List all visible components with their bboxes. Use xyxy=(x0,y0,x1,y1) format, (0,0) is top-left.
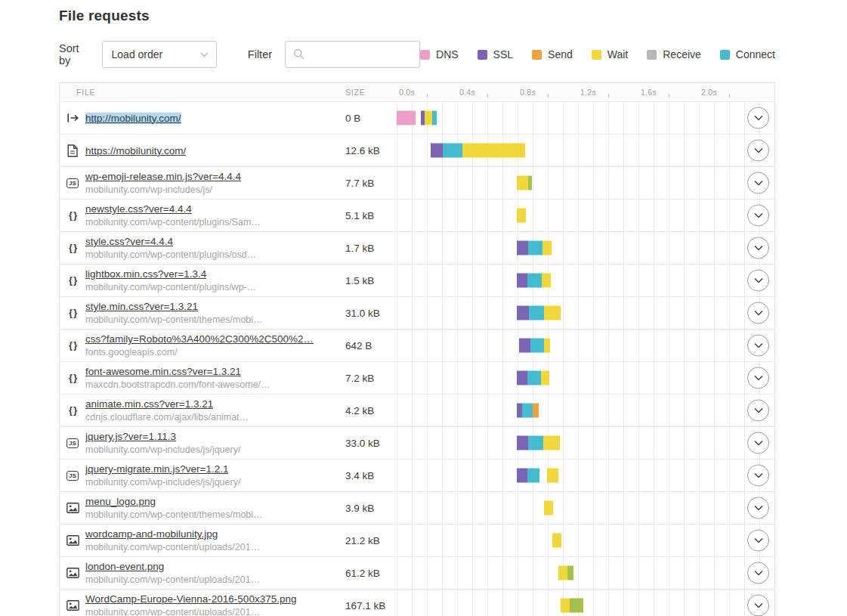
time-tick-label: 0.8s xyxy=(520,88,536,97)
file-path: mobilunity.com/wp-includes/js/jquery/ xyxy=(85,477,335,488)
waterfall-timeline xyxy=(397,232,774,264)
expand-row-button[interactable] xyxy=(747,302,769,324)
file-link[interactable]: london-event.png xyxy=(85,561,164,572)
expand-row-button[interactable] xyxy=(747,140,769,162)
file-request-row: menu_logo.png mobilunity.com/wp-content/… xyxy=(60,491,774,524)
file-size: 33.0 kB xyxy=(339,427,397,459)
file-request-row: WordCamp-Europe-Vienna-2016-500x375.png … xyxy=(60,589,774,616)
file-type-icon-cell: { } xyxy=(60,265,85,296)
file-cell: style.min.css?ver=1.3.21 mobilunity.com/… xyxy=(85,297,339,329)
waterfall-timeline xyxy=(397,102,774,134)
legend-swatch xyxy=(420,50,430,60)
expand-row-button[interactable] xyxy=(747,172,769,194)
connect-bar-segment xyxy=(530,339,544,353)
chevron-down-icon xyxy=(754,343,763,348)
file-size: 21.2 kB xyxy=(339,525,397,556)
file-link[interactable]: css?family=Roboto%3A400%2C300%2C500%2… xyxy=(85,333,314,345)
expand-row-button[interactable] xyxy=(747,595,769,616)
file-link[interactable]: animate.min.css?ver=1.3.21 xyxy=(85,398,213,410)
file-type-icon-cell: { } xyxy=(60,297,85,329)
time-tick-mark xyxy=(487,94,488,98)
chevron-down-icon xyxy=(754,278,763,283)
time-tick-mark xyxy=(669,94,669,98)
expand-row-button[interactable] xyxy=(747,432,769,454)
chevron-down-icon xyxy=(754,571,763,576)
wait-bar-segment xyxy=(558,566,567,580)
connect-bar-segment xyxy=(528,436,543,450)
file-path: mobilunity.com/wp-content/uploads/201… xyxy=(85,574,335,585)
file-request-row: { } animate.min.css?ver=1.3.21 cdnjs.clo… xyxy=(60,394,774,426)
file-cell: jquery.js?ver=1.11.3 mobilunity.com/wp-i… xyxy=(85,427,339,459)
image-file-icon xyxy=(66,503,79,513)
expand-row-button[interactable] xyxy=(747,237,769,259)
ssl-bar-segment xyxy=(517,306,529,320)
time-tick-label: 0.4s xyxy=(459,88,475,97)
filter-input[interactable] xyxy=(285,41,420,68)
file-size: 1.5 kB xyxy=(339,265,397,296)
file-type-icon-cell: { } xyxy=(60,232,85,264)
js-file-icon: JS xyxy=(66,438,79,448)
expand-row-button[interactable] xyxy=(747,530,769,552)
file-type-icon-cell xyxy=(60,557,85,589)
file-link[interactable]: jquery.js?ver=1.11.3 xyxy=(85,431,176,442)
file-link[interactable]: jquery-migrate.min.js?ver=1.2.1 xyxy=(85,463,228,475)
file-type-icon-cell: JS xyxy=(60,167,85,199)
file-link[interactable]: lightbox.min.css?ver=1.3.4 xyxy=(85,268,206,280)
file-cell: font-awesome.min.css?ver=1.3.21 maxcdn.b… xyxy=(85,362,339,394)
chevron-down-icon xyxy=(754,181,763,186)
css-file-icon: { } xyxy=(69,405,76,416)
expand-row-button[interactable] xyxy=(747,465,769,487)
sort-select[interactable]: Load order xyxy=(102,41,217,68)
expand-row-button[interactable] xyxy=(747,497,769,519)
image-file-icon xyxy=(66,600,79,611)
file-type-icon-cell: JS xyxy=(60,460,85,491)
chevron-down-icon xyxy=(754,213,763,218)
file-request-row: http://mobilunity.com/ 0 B xyxy=(60,101,774,134)
chevron-down-icon xyxy=(754,148,763,153)
file-link[interactable]: WordCamp-Europe-Vienna-2016-500x375.png xyxy=(85,593,296,605)
file-link[interactable]: style.min.css?ver=1.3.21 xyxy=(85,301,198,312)
expand-row-button[interactable] xyxy=(747,367,769,389)
wait-bar-segment xyxy=(544,306,561,320)
time-tick-label: 2.0s xyxy=(701,88,717,97)
file-request-row: wordcamp-and-mobilunity.jpg mobilunity.c… xyxy=(60,524,774,556)
file-request-row: { } font-awesome.min.css?ver=1.3.21 maxc… xyxy=(60,361,774,394)
expand-row-button[interactable] xyxy=(747,205,769,227)
file-size: 5.1 kB xyxy=(339,200,397,231)
connect-bar-segment xyxy=(527,371,541,385)
receive-bar-segment xyxy=(567,566,573,580)
css-file-icon: { } xyxy=(69,210,76,221)
file-cell: wordcamp-and-mobilunity.jpg mobilunity.c… xyxy=(85,525,339,556)
ssl-bar-segment xyxy=(517,469,527,483)
css-file-icon: { } xyxy=(69,243,76,253)
legend-label: Connect xyxy=(736,48,775,60)
expand-row-button[interactable] xyxy=(747,335,769,357)
file-link[interactable]: menu_logo.png xyxy=(85,496,156,507)
file-link[interactable]: https://mobilunity.com/ xyxy=(85,145,186,156)
file-link[interactable]: style.css?ver=4.4.4 xyxy=(85,236,173,247)
chevron-down-icon xyxy=(754,506,763,511)
waterfall-timeline xyxy=(397,167,774,199)
file-link[interactable]: wordcamp-and-mobilunity.jpg xyxy=(85,528,218,540)
expand-row-button[interactable] xyxy=(747,270,769,292)
file-request-row: { } lightbox.min.css?ver=1.3.4 mobilunit… xyxy=(60,264,774,296)
file-request-row: JS wp-emoji-release.min.js?ver=4.4.4 mob… xyxy=(60,166,774,199)
file-path: fonts.googleapis.com/ xyxy=(85,347,335,358)
waterfall-timeline xyxy=(397,395,774,426)
file-link[interactable]: font-awesome.min.css?ver=1.3.21 xyxy=(85,366,241,377)
ssl-bar-segment xyxy=(517,241,528,255)
page-title: File requests xyxy=(59,8,775,24)
ssl-bar-segment xyxy=(517,274,527,288)
expand-row-button[interactable] xyxy=(747,107,769,129)
file-link[interactable]: http://mobilunity.com/ xyxy=(85,113,181,124)
file-link[interactable]: newstyle.css?ver=4.4.4 xyxy=(85,203,192,215)
waterfall-timeline xyxy=(397,427,774,459)
file-size: 7.2 kB xyxy=(339,362,397,394)
expand-row-button[interactable] xyxy=(747,562,769,584)
chevron-down-icon xyxy=(754,311,763,316)
sort-select-value: Load order xyxy=(112,48,163,60)
ssl-bar-segment xyxy=(517,371,527,385)
file-link[interactable]: wp-emoji-release.min.js?ver=4.4.4 xyxy=(85,171,241,182)
expand-row-button[interactable] xyxy=(747,400,769,422)
wait-bar-segment xyxy=(544,339,550,353)
